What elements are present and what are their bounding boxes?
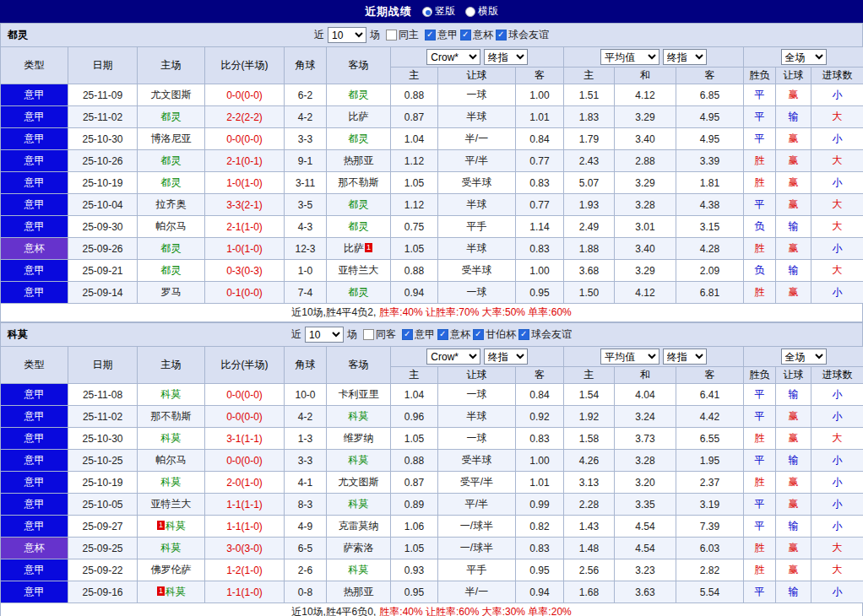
team-link[interactable]: 卡利亚里 [339,388,379,400]
asia-away-odds: 0.95 [516,559,564,581]
goals-result-cell: 大 [811,559,863,581]
same-venue-filter[interactable]: 同客 [363,327,396,342]
league-filter-checkbox[interactable]: 球会友谊 [496,28,549,42]
league-type-cell: 意甲 [1,581,68,603]
team-link[interactable]: 热那亚 [344,154,374,166]
team-link[interactable]: 克雷莫纳 [339,520,379,532]
team-link[interactable]: 罗马 [161,286,182,298]
team-link[interactable]: 都灵 [349,286,369,298]
team-link[interactable]: 比萨 [344,242,364,254]
euro-provider-select[interactable]: 平均值 [600,349,659,365]
goals-result-cell: 大 [811,194,863,216]
away-team-cell: 热那亚 [327,150,391,172]
team-link[interactable]: 亚特兰大 [339,264,379,276]
team-link[interactable]: 都灵 [349,198,369,210]
team-link[interactable]: 尤文图斯 [339,476,379,488]
euro-home-odds: 2.56 [564,559,615,581]
league-filter-checkbox[interactable]: 意甲 [425,28,458,42]
team-link[interactable]: 都灵 [349,132,369,144]
team-link[interactable]: 科莫 [349,564,369,575]
team-link[interactable]: 帕尔马 [156,220,187,232]
league-filter-checkbox[interactable]: 意杯 [437,327,470,342]
euro-draw-odds: 3.40 [615,238,676,260]
match-count-select[interactable]: 10 [328,27,366,43]
team-link[interactable]: 那不勒斯 [151,410,192,422]
league-filter-checkbox[interactable]: 意甲 [402,327,435,342]
team-link[interactable]: 比萨 [349,111,369,122]
home-team-cell: 科莫 [138,428,205,450]
team-link[interactable]: 科莫 [161,476,182,488]
summary-stats: 胜率:40% 让胜率:60% 大率:30% 单率:20% [379,605,571,616]
asia-handicap: 一/球半 [438,538,516,559]
team-link[interactable]: 维罗纳 [344,432,374,444]
col-type: 类型 [1,47,68,84]
match-date: 25-10-26 [68,150,138,172]
away-team-cell: 比萨 [327,106,391,128]
league-filter-checkbox[interactable]: 甘伯杯 [473,327,516,342]
team-link[interactable]: 科莫 [161,388,182,400]
asia-away-odds: 0.83 [516,428,564,450]
team-link[interactable]: 科莫 [161,542,182,554]
match-count-select[interactable]: 10 [305,327,344,343]
team-link[interactable]: 都灵 [161,264,182,276]
euro-provider-select[interactable]: 平均值 [600,49,659,65]
team-link[interactable]: 都灵 [349,89,369,100]
euro-away-odds: 2.37 [676,472,744,494]
asia-home-odds: 1.04 [391,128,438,150]
team-link[interactable]: 拉齐奥 [156,198,187,210]
team-link[interactable]: 都灵 [161,242,182,254]
asia-stage-select[interactable]: 终指 [484,49,528,65]
team-link[interactable]: 科莫 [166,520,186,532]
team-link[interactable]: 那不勒斯 [339,176,379,188]
scope-select[interactable]: 全场 [781,349,827,365]
checkbox-checked-icon [402,329,413,340]
team-link[interactable]: 科莫 [349,410,369,422]
team-link[interactable]: 都灵 [349,220,369,232]
radio-vertical-layout[interactable]: 竖版 [422,4,455,19]
team-link[interactable]: 科莫 [349,498,369,510]
asia-home-odds: 0.87 [391,472,438,494]
team-link[interactable]: 都灵 [161,154,182,166]
score-cell: 1-0(1-0) [205,172,285,194]
team-link[interactable]: 热那亚 [344,586,374,597]
team-link[interactable]: 都灵 [161,111,182,122]
team-link[interactable]: 博洛尼亚 [151,132,192,144]
asia-provider-select[interactable]: Crow* [426,49,480,65]
team-link[interactable]: 帕尔马 [156,454,187,466]
league-filter-checkbox[interactable]: 球会友谊 [518,327,572,342]
asia-away-odds: 1.14 [516,216,564,238]
topbar: 近期战绩 竖版 横版 [0,0,863,23]
asia-stage-select[interactable]: 终指 [484,349,528,365]
team-link[interactable]: 尤文图斯 [151,89,192,100]
asia-provider-select[interactable]: Crow* [426,349,480,365]
col-date: 日期 [68,347,138,384]
home-team-cell: 都灵 [138,238,205,260]
asia-handicap: 一球 [438,428,516,450]
scope-select[interactable]: 全场 [781,49,827,65]
asia-away-odds: 0.95 [516,282,564,304]
col-cover: 让球 [776,367,811,384]
score-cell: 3-3(2-1) [205,194,285,216]
euro-stage-select[interactable]: 终指 [663,49,707,65]
col-home: 主场 [138,47,205,84]
corner-cell: 4-3 [285,216,327,238]
home-team-cell: 帕尔马 [138,450,205,472]
col-asia-away: 客 [516,367,564,384]
same-venue-filter[interactable]: 同主 [386,28,419,42]
section-header-como: 科莫 近 10 场 同客 意甲意杯甘伯杯球会友谊 [0,322,863,346]
team-link[interactable]: 科莫 [166,586,186,597]
league-filter-checkbox[interactable]: 意杯 [460,28,493,42]
match-date: 25-11-02 [68,406,138,428]
radio-horizontal-layout[interactable]: 横版 [465,4,498,19]
team-link[interactable]: 佛罗伦萨 [151,564,192,575]
league-type-cell: 意甲 [1,216,68,238]
team-link[interactable]: 都灵 [161,176,182,188]
match-row: 意甲25-10-30科莫3-1(1-1)1-3维罗纳1.05一球0.831.58… [1,428,863,450]
team-link[interactable]: 科莫 [161,432,182,444]
match-row: 意甲25-11-02那不勒斯0-0(0-0)4-2科莫0.96半球0.921.9… [1,406,863,428]
team-link[interactable]: 萨索洛 [344,542,374,554]
team-link[interactable]: 亚特兰大 [151,498,192,510]
asia-handicap: 受半球 [438,172,516,194]
euro-stage-select[interactable]: 终指 [663,349,707,365]
team-link[interactable]: 科莫 [349,454,369,466]
